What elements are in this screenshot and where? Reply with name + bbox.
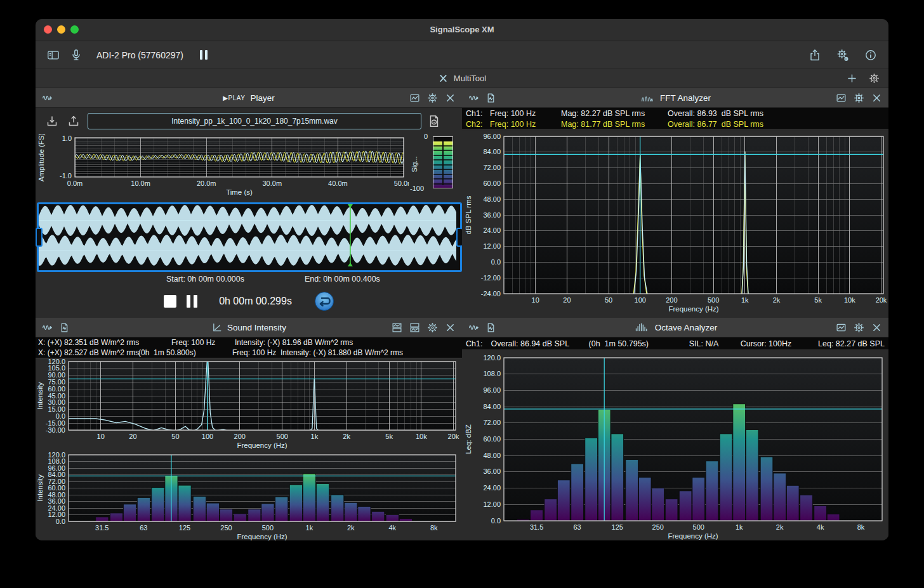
share-icon bbox=[808, 49, 821, 62]
svg-text:12.00: 12.00 bbox=[483, 242, 501, 250]
svg-text:48.00: 48.00 bbox=[483, 195, 501, 203]
svg-text:50: 50 bbox=[171, 433, 179, 440]
info-button[interactable] bbox=[864, 49, 877, 62]
svg-text:12.00: 12.00 bbox=[483, 500, 501, 508]
tab-multitool[interactable]: MultiTool bbox=[36, 69, 888, 88]
file-icon[interactable] bbox=[485, 93, 496, 103]
import-file-button[interactable] bbox=[46, 115, 58, 127]
input-device-button[interactable] bbox=[70, 49, 82, 62]
overall-value: Overall: 86.93 dB SPL rms bbox=[668, 109, 763, 118]
intensity-top-chart-toggle[interactable] bbox=[392, 322, 402, 333]
stop-button[interactable] bbox=[164, 295, 176, 308]
tab-label: MultiTool bbox=[454, 74, 486, 83]
info-icon bbox=[864, 49, 877, 62]
intensity-close-button[interactable] bbox=[445, 322, 456, 333]
selection-handle-left[interactable] bbox=[36, 228, 43, 247]
file-info-button[interactable] bbox=[428, 115, 440, 127]
plus-icon bbox=[847, 73, 857, 84]
octave-readout: Ch1: Overall: 86.94 dB SPL (0h 1m 50.795… bbox=[462, 337, 888, 350]
svg-text:1k: 1k bbox=[311, 433, 319, 440]
octave-close-button[interactable] bbox=[871, 322, 882, 333]
svg-text:-12.00: -12.00 bbox=[481, 274, 501, 282]
fft-header: FFT Analyzer bbox=[462, 88, 888, 108]
signal-icon[interactable] bbox=[468, 322, 479, 333]
svg-text:20: 20 bbox=[563, 296, 571, 304]
svg-text:2k: 2k bbox=[343, 433, 350, 440]
minimize-window-button[interactable] bbox=[57, 25, 65, 34]
signal-icon[interactable] bbox=[468, 93, 479, 103]
intensity-spectrum-plot[interactable]: 120.0105.090.0075.0060.0045.0030.0015.00… bbox=[36, 357, 462, 451]
freq-intensity-value: Freq: 100 Hz Intensity: (-X) 81.880 dB W… bbox=[232, 348, 403, 357]
pause-button[interactable] bbox=[187, 295, 197, 308]
svg-text:24.00: 24.00 bbox=[483, 484, 501, 492]
octave-chart-toggle-button[interactable] bbox=[836, 322, 847, 333]
add-tool-button[interactable] bbox=[847, 73, 857, 84]
selection-waveform[interactable] bbox=[39, 204, 456, 266]
octave-bars-plot[interactable]: 120.0108.096.0084.0072.0060.0048.0036.00… bbox=[462, 350, 888, 540]
gear-icon bbox=[854, 93, 864, 103]
file-icon[interactable] bbox=[59, 322, 70, 333]
player-waveform-chart[interactable]: 1.0-1.00.0m10.0m20.0m30.0m40.0m50.0mTime… bbox=[37, 134, 409, 197]
player-close-button[interactable] bbox=[445, 93, 456, 103]
svg-text:72.00: 72.00 bbox=[483, 164, 501, 171]
signal-icon[interactable] bbox=[42, 93, 53, 103]
close-icon bbox=[871, 93, 882, 103]
pause-icon bbox=[200, 50, 202, 60]
octave-settings-button[interactable] bbox=[854, 322, 864, 333]
intensity-settings-button[interactable] bbox=[427, 322, 438, 333]
svg-text:200: 200 bbox=[666, 296, 677, 304]
svg-text:0.0: 0.0 bbox=[56, 518, 65, 525]
fft-settings-button[interactable] bbox=[854, 93, 864, 103]
gear-icon bbox=[427, 322, 438, 333]
fft-curves-icon bbox=[640, 93, 655, 103]
share-button[interactable] bbox=[808, 49, 821, 62]
fft-chart-toggle-button[interactable] bbox=[836, 93, 847, 103]
svg-text:2k: 2k bbox=[347, 524, 355, 532]
svg-text:10: 10 bbox=[532, 296, 539, 304]
svg-text:4k: 4k bbox=[817, 523, 824, 531]
axes-icon bbox=[211, 322, 222, 333]
player-chart-toggle-button[interactable] bbox=[409, 93, 420, 103]
svg-text:48.00: 48.00 bbox=[483, 452, 501, 459]
fft-analyzer-panel: FFT Analyzer Ch1: Freq: 100 Hz Mag: 82.2… bbox=[462, 88, 888, 318]
close-window-button[interactable] bbox=[44, 25, 52, 34]
desktop-background: SignalScope XM ADI-2 Pro (57760297) Mult… bbox=[0, 0, 924, 588]
export-file-button[interactable] bbox=[67, 115, 80, 127]
waveform-selection-region[interactable] bbox=[37, 202, 462, 272]
window-controls bbox=[44, 25, 79, 34]
svg-text:1k: 1k bbox=[736, 523, 743, 531]
window-title: SignalScope XM bbox=[36, 19, 888, 41]
signal-level-meter: 0 Sig... -100 bbox=[410, 134, 461, 197]
bars-icon bbox=[633, 322, 650, 333]
file-icon[interactable] bbox=[485, 322, 496, 333]
svg-text:500: 500 bbox=[277, 433, 288, 440]
intensity-octave-plot[interactable]: 120.0108.096.0084.0072.0060.0048.0036.00… bbox=[36, 451, 462, 540]
svg-text:1.0: 1.0 bbox=[62, 134, 72, 142]
svg-text:8k: 8k bbox=[857, 523, 865, 531]
fft-close-button[interactable] bbox=[871, 93, 882, 103]
svg-text:-30.00: -30.00 bbox=[46, 426, 65, 434]
intensity-bottom-chart-toggle[interactable] bbox=[409, 322, 420, 333]
svg-text:96.00: 96.00 bbox=[483, 133, 501, 140]
app-settings-button[interactable] bbox=[836, 49, 849, 62]
intensity-readout-row2: X: (+X) 82.527 dB W/m^2 rms (0h 1m 50.80… bbox=[36, 348, 462, 358]
multitool-icon bbox=[438, 73, 449, 84]
workspace: ▶PLAY Player 1.0-1.00.0m10 bbox=[36, 88, 888, 540]
tab-settings-button[interactable] bbox=[869, 73, 880, 84]
fft-spectrum-plot[interactable]: 96.0084.0072.0060.0048.0036.0024.0012.00… bbox=[462, 129, 888, 318]
signal-icon[interactable] bbox=[42, 322, 53, 333]
tool-tab-bar: MultiTool bbox=[36, 69, 888, 88]
sound-intensity-panel: Sound Intensity X: (+X) 82.351 dB W/m^2 … bbox=[36, 318, 463, 540]
loaded-file-field[interactable] bbox=[88, 113, 421, 129]
loop-button[interactable] bbox=[314, 291, 334, 311]
svg-text:0.0: 0.0 bbox=[491, 517, 501, 525]
zoom-window-button[interactable] bbox=[70, 25, 79, 34]
svg-text:Frequency (Hz): Frequency (Hz) bbox=[237, 441, 287, 449]
meter-axis-label: Sig... bbox=[411, 150, 418, 179]
player-settings-button[interactable] bbox=[427, 93, 438, 103]
global-pause-button[interactable] bbox=[200, 50, 208, 60]
octave-readout-row: Ch1: Overall: 86.94 dB SPL (0h 1m 50.795… bbox=[462, 337, 888, 350]
meter-bar bbox=[433, 136, 453, 188]
sidebar-toggle-button[interactable] bbox=[47, 49, 60, 62]
channel-label: Ch1: bbox=[466, 339, 491, 348]
